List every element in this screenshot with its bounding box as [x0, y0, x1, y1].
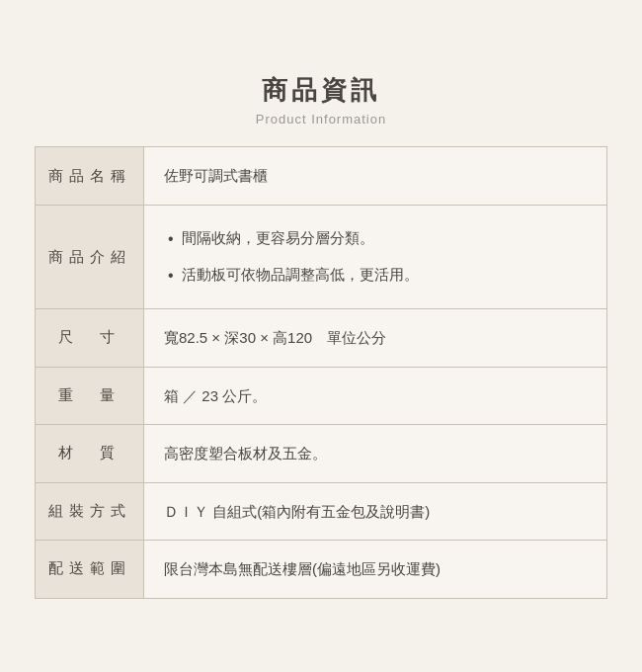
label-weight: 重 量 [36, 368, 144, 425]
bullet-text-0: 間隔收納，更容易分層分類。 [182, 225, 374, 251]
label-delivery: 配送範圍 [36, 541, 144, 598]
page-title: 商品資訊 [35, 73, 607, 108]
bullet-item-intro-0: •間隔收納，更容易分層分類。 [168, 225, 374, 252]
table-row-intro: 商品介紹•間隔收納，更容易分層分類。•活動板可依物品調整高低，更活用。 [36, 206, 606, 309]
product-table: 商品名稱佐野可調式書櫃商品介紹•間隔收納，更容易分層分類。•活動板可依物品調整高… [35, 146, 607, 598]
value-delivery: 限台灣本島無配送樓層(偏遠地區另收運費) [144, 541, 606, 598]
bullet-dot: • [168, 262, 174, 289]
table-row-name: 商品名稱佐野可調式書櫃 [36, 147, 606, 206]
label-size: 尺 寸 [36, 309, 144, 367]
bullet-dot: • [168, 225, 174, 252]
label-material: 材 質 [36, 425, 144, 482]
value-assembly: ＤＩＹ 自組式(箱內附有五金包及說明書) [144, 483, 606, 541]
bullet-item-intro-1: •活動板可依物品調整高低，更活用。 [168, 262, 419, 289]
value-weight: 箱 ／ 23 公斤。 [144, 368, 606, 425]
table-row-weight: 重 量箱 ／ 23 公斤。 [36, 368, 606, 426]
value-size: 寬82.5 × 深30 × 高120 單位公分 [144, 309, 606, 367]
label-assembly: 組裝方式 [36, 483, 144, 541]
value-intro: •間隔收納，更容易分層分類。•活動板可依物品調整高低，更活用。 [144, 206, 606, 308]
table-row-assembly: 組裝方式ＤＩＹ 自組式(箱內附有五金包及說明書) [36, 483, 606, 542]
value-material: 高密度塑合板材及五金。 [144, 425, 606, 482]
table-row-material: 材 質高密度塑合板材及五金。 [36, 425, 606, 483]
table-row-delivery: 配送範圍限台灣本島無配送樓層(偏遠地區另收運費) [36, 541, 606, 598]
value-name: 佐野可調式書櫃 [144, 147, 606, 205]
product-info-container: 商品資訊 Product Information 商品名稱佐野可調式書櫃商品介紹… [35, 73, 607, 598]
label-intro: 商品介紹 [36, 206, 144, 308]
table-row-size: 尺 寸寬82.5 × 深30 × 高120 單位公分 [36, 309, 606, 368]
page-subtitle: Product Information [35, 112, 607, 126]
page-header: 商品資訊 Product Information [35, 73, 607, 126]
bullet-text-1: 活動板可依物品調整高低，更活用。 [182, 262, 419, 288]
label-name: 商品名稱 [36, 147, 144, 205]
